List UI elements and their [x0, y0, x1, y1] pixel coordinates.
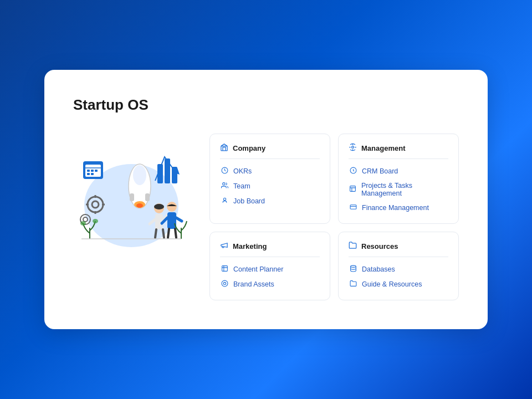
item-brand-assets[interactable]: Brand Assets: [220, 279, 320, 290]
item-crm-board-icon: [349, 167, 357, 176]
item-content-planner-label: Content Planner: [233, 265, 283, 273]
card-management: ManagementCRM BoardProjects & Tasks Mana…: [338, 134, 459, 224]
svg-rect-18: [165, 158, 170, 183]
svg-point-46: [222, 183, 224, 185]
svg-rect-7: [87, 173, 90, 175]
svg-point-55: [350, 265, 356, 267]
card-resources-items: DatabasesGuide & Resources: [349, 264, 448, 290]
item-okrs-label: OKRs: [233, 167, 252, 175]
item-team-icon: [220, 182, 229, 191]
card-resources-icon: [349, 241, 357, 251]
svg-line-32: [163, 229, 164, 238]
page-title: Startup OS: [73, 96, 459, 114]
svg-point-42: [93, 219, 98, 223]
item-team[interactable]: Team: [220, 181, 320, 192]
card-company: CompanyOKRsTeamJob Board: [209, 134, 330, 224]
svg-point-53: [222, 280, 228, 287]
card-marketing: MarketingContent PlannerBrand Assets: [209, 232, 330, 300]
card-marketing-items: Content PlannerBrand Assets: [220, 264, 320, 290]
item-databases-icon: [349, 265, 357, 274]
svg-point-26: [136, 203, 143, 208]
svg-point-54: [223, 282, 226, 284]
svg-rect-50: [350, 186, 356, 192]
card-marketing-header-label: Marketing: [233, 242, 267, 250]
item-databases[interactable]: Databases: [349, 264, 448, 275]
svg-rect-8: [91, 173, 94, 175]
card-resources-header-label: Resources: [361, 242, 398, 250]
svg-point-34: [167, 202, 177, 212]
card-company-header: Company: [220, 143, 320, 159]
card-management-header: Management: [349, 143, 448, 159]
menu-grid: CompanyOKRsTeamJob BoardManagementCRM Bo…: [209, 134, 459, 300]
card-resources: ResourcesDatabasesGuide & Resources: [338, 232, 459, 300]
svg-rect-6: [95, 170, 98, 172]
item-team-label: Team: [233, 182, 250, 190]
svg-point-41: [80, 221, 86, 226]
svg-line-37: [176, 218, 182, 221]
item-job-board-icon: [220, 197, 229, 206]
svg-rect-35: [167, 212, 176, 229]
card-management-header-label: Management: [361, 144, 405, 152]
card-management-icon: [349, 143, 357, 153]
svg-point-16: [83, 217, 88, 222]
item-job-board[interactable]: Job Board: [220, 196, 320, 207]
svg-rect-5: [91, 170, 94, 172]
item-finance-management-icon: [349, 203, 357, 212]
svg-rect-4: [87, 170, 90, 172]
svg-rect-52: [222, 266, 227, 272]
item-guide---resources[interactable]: Guide & Resources: [349, 279, 448, 290]
svg-rect-24: [145, 193, 150, 201]
item-finance-management[interactable]: Finance Management: [349, 202, 448, 213]
item-finance-management-label: Finance Management: [362, 204, 429, 212]
svg-line-39: [175, 229, 176, 238]
svg-point-33: [154, 204, 164, 209]
item-projects---tasks-management[interactable]: Projects & Tasks Management: [349, 181, 448, 198]
item-projects---tasks-management-label: Projects & Tasks Management: [361, 182, 448, 197]
card-company-icon: [220, 143, 228, 153]
svg-rect-23: [130, 193, 134, 201]
item-content-planner[interactable]: Content Planner: [220, 264, 320, 275]
card-marketing-icon: [220, 241, 228, 251]
item-content-planner-icon: [220, 265, 229, 274]
card-company-header-label: Company: [233, 144, 265, 152]
item-crm-board-label: CRM Board: [362, 167, 398, 175]
main-card: Startup OS: [44, 70, 488, 329]
item-brand-assets-icon: [220, 280, 229, 289]
svg-line-38: [168, 229, 169, 238]
illustration: [73, 134, 190, 250]
item-guide---resources-label: Guide & Resources: [362, 280, 422, 288]
card-management-items: CRM BoardProjects & Tasks ManagementFina…: [349, 166, 448, 213]
item-databases-label: Databases: [362, 265, 395, 273]
svg-point-22: [133, 165, 146, 185]
svg-rect-51: [350, 205, 356, 209]
item-job-board-label: Job Board: [233, 197, 265, 205]
item-crm-board[interactable]: CRM Board: [349, 166, 448, 177]
item-guide---resources-icon: [349, 280, 357, 289]
content-area: CompanyOKRsTeamJob BoardManagementCRM Bo…: [73, 134, 459, 300]
svg-rect-45: [221, 146, 227, 151]
item-brand-assets-label: Brand Assets: [233, 280, 274, 288]
item-okrs[interactable]: OKRs: [220, 166, 320, 177]
card-marketing-header: Marketing: [220, 241, 320, 257]
item-projects---tasks-management-icon: [349, 185, 357, 194]
svg-point-47: [223, 198, 226, 200]
card-company-items: OKRsTeamJob Board: [220, 166, 320, 207]
item-okrs-icon: [220, 167, 229, 176]
svg-point-48: [352, 146, 354, 149]
svg-line-31: [155, 229, 156, 238]
card-resources-header: Resources: [349, 241, 448, 257]
